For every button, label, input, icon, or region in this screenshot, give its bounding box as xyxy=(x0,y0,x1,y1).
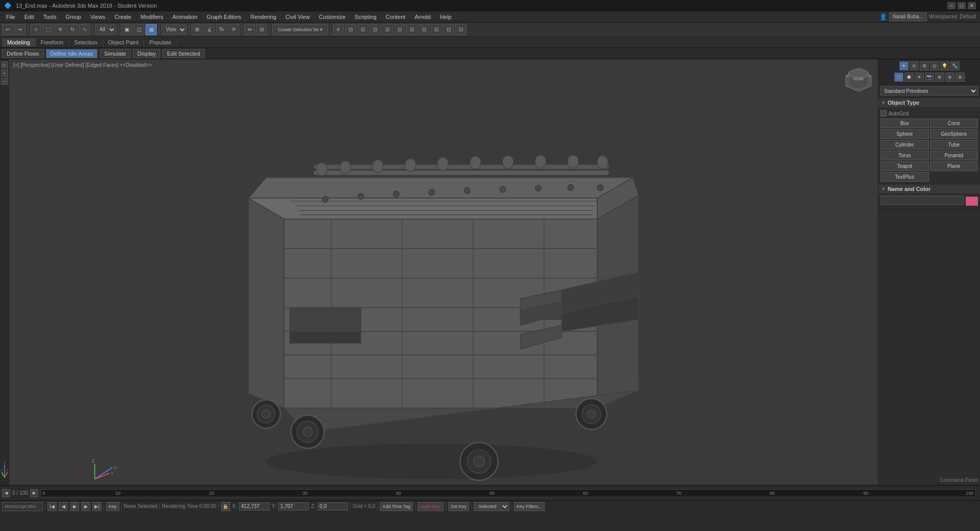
define-idle-areas-button[interactable]: Define Idle Areas xyxy=(46,49,98,58)
hierarchy-panel-tab[interactable]: ⚙ xyxy=(920,61,929,70)
menu-views[interactable]: Views xyxy=(86,13,109,21)
timeline-bar[interactable]: 0 10 20 30 40 50 60 70 80 90 100 xyxy=(40,489,976,497)
ribbon-btn-3[interactable]: ⊡ xyxy=(370,24,381,35)
x-coord-input[interactable] xyxy=(239,502,270,511)
color-swatch[interactable] xyxy=(966,197,978,206)
edit-selected-button[interactable]: Edit Selected xyxy=(162,49,205,58)
selection-filter-dropdown[interactable]: All xyxy=(95,25,116,35)
plane-button[interactable]: Plane xyxy=(930,161,978,171)
left-tool-1[interactable]: + xyxy=(1,69,8,77)
cone-button[interactable]: Cone xyxy=(930,118,978,128)
create-selection-button[interactable]: Create Selection Se ▾ xyxy=(272,24,328,35)
textplus-button[interactable]: TextPlus xyxy=(880,172,929,182)
menu-animation[interactable]: Animation xyxy=(168,13,202,21)
ribbon-btn-6[interactable]: ⊡ xyxy=(406,24,418,35)
scale-button[interactable]: ⤡ xyxy=(79,24,90,35)
object-type-header[interactable]: ▼ Object Type xyxy=(878,98,980,107)
tab-freeform[interactable]: Freeform xyxy=(36,38,69,46)
set-key-button[interactable]: Set Key xyxy=(448,502,470,511)
ribbon-btn-4[interactable]: ⊡ xyxy=(382,24,393,35)
cameras-tab[interactable]: 📷 xyxy=(925,73,934,82)
menu-rendering[interactable]: Rendering xyxy=(247,13,281,21)
nav-cube[interactable]: HOME xyxy=(843,63,874,94)
motion-panel-tab[interactable]: ◎ xyxy=(930,61,939,70)
torus-button[interactable]: Torus xyxy=(880,151,929,160)
goto-start-button[interactable]: |◀ xyxy=(47,502,57,511)
teapot-button[interactable]: Teapot xyxy=(880,161,929,171)
menu-graph-editors[interactable]: Graph Editors xyxy=(203,13,246,21)
primitive-type-select[interactable]: Standard Primitives xyxy=(880,86,978,95)
spinner-snap[interactable]: ⟳ xyxy=(228,24,239,35)
z-coord-input[interactable] xyxy=(317,502,348,511)
ribbon-btn-9[interactable]: ⊡ xyxy=(443,24,454,35)
ribbon-btn-7[interactable]: ⊡ xyxy=(419,24,430,35)
menu-file[interactable]: File xyxy=(2,13,19,21)
menu-scripting[interactable]: Scripting xyxy=(351,13,381,21)
expand-left-button[interactable]: ▷ xyxy=(1,61,8,68)
cylinder-button[interactable]: Cylinder xyxy=(880,140,929,150)
menu-customize[interactable]: Customize xyxy=(315,13,350,21)
create-panel-tab[interactable]: ✦ xyxy=(899,61,909,70)
box-button[interactable]: Box xyxy=(880,118,929,128)
select-button[interactable]: ⊹ xyxy=(30,24,41,35)
menu-group[interactable]: Group xyxy=(61,13,85,21)
menu-modifiers[interactable]: Modifiers xyxy=(136,13,167,21)
systems-tab[interactable]: ⊗ xyxy=(955,73,965,82)
redo-button[interactable]: ↪ xyxy=(14,24,26,35)
viewport-3d[interactable]: [+] [Perspective] [User Defined] [Edged … xyxy=(9,59,878,485)
auto-key-button[interactable]: Auto Key xyxy=(418,502,444,511)
play-button[interactable]: ▶ xyxy=(70,502,79,511)
tube-button[interactable]: Tube xyxy=(930,140,978,150)
viewport-lock-button[interactable]: 🔒 xyxy=(221,502,230,511)
sphere-button[interactable]: Sphere xyxy=(880,129,929,139)
menu-arnold[interactable]: Arnold xyxy=(410,13,435,21)
user-dropdown[interactable]: Natali Buha... xyxy=(889,12,927,21)
select-region-button[interactable]: ⬚ xyxy=(42,24,54,35)
mirror-button[interactable]: ⇔ xyxy=(244,24,255,35)
menu-tools[interactable]: Tools xyxy=(39,13,61,21)
edged-faces-button[interactable]: ▦ xyxy=(145,24,157,35)
display-panel-tab[interactable]: 💡 xyxy=(940,61,949,70)
tab-selection[interactable]: Selection xyxy=(69,38,103,46)
geosphere-button[interactable]: GeoSphere xyxy=(930,129,978,139)
define-flows-button[interactable]: Define Flows xyxy=(2,49,44,58)
menu-content[interactable]: Content xyxy=(382,13,410,21)
view-dropdown[interactable]: View xyxy=(161,25,187,35)
timeline-prev-button[interactable]: ◀ xyxy=(2,489,10,497)
key-filters-button[interactable]: Key Filters... xyxy=(514,502,545,511)
pyramid-button[interactable]: Pyramid xyxy=(930,151,978,160)
ribbon-btn-8[interactable]: ⊡ xyxy=(431,24,442,35)
ribbon-btn-1[interactable]: ⊡ xyxy=(345,24,356,35)
left-tool-2[interactable]: ─ xyxy=(1,78,8,85)
menu-create[interactable]: Create xyxy=(110,13,135,21)
shapes-tab[interactable]: ⬢ xyxy=(904,73,914,82)
title-bar-controls[interactable]: ─ □ ✕ xyxy=(947,2,976,9)
front-view-button[interactable]: ▣ xyxy=(121,24,132,35)
ribbon-btn-5[interactable]: ⊡ xyxy=(394,24,405,35)
name-color-header[interactable]: ▼ Name and Color xyxy=(878,184,980,194)
goto-end-button[interactable]: ▶| xyxy=(92,502,102,511)
display-button[interactable]: Display xyxy=(133,49,160,58)
shading-button[interactable]: ◫ xyxy=(133,24,144,35)
layer-manager[interactable]: ≡ xyxy=(333,24,344,35)
lights-tab[interactable]: ☀ xyxy=(915,73,924,82)
maximize-button[interactable]: □ xyxy=(958,2,966,9)
ribbon-btn-10[interactable]: ⊡ xyxy=(455,24,467,35)
menu-edit[interactable]: Edit xyxy=(20,13,38,21)
object-name-input[interactable] xyxy=(880,196,964,205)
helpers-tab[interactable]: ⊕ xyxy=(935,73,944,82)
tab-object-paint[interactable]: Object Paint xyxy=(103,38,144,46)
key-mode-button[interactable]: Key xyxy=(106,502,119,511)
autogrid-checkbox[interactable] xyxy=(880,110,887,116)
y-coord-input[interactable] xyxy=(278,502,309,511)
spacewarps-tab[interactable]: ⊛ xyxy=(945,73,954,82)
tab-modeling[interactable]: Modeling xyxy=(2,38,36,46)
timeline-next-button[interactable]: ▶ xyxy=(30,489,38,497)
geometry-tab[interactable]: ⬡ xyxy=(894,73,903,82)
prev-frame-button[interactable]: ◀ xyxy=(59,502,68,511)
modify-panel-tab[interactable]: ⊘ xyxy=(910,61,919,70)
percent-snap[interactable]: % xyxy=(216,24,227,35)
selected-dropdown[interactable]: Selected xyxy=(474,502,509,511)
menu-help[interactable]: Help xyxy=(436,13,456,21)
tab-populate[interactable]: Populate xyxy=(144,38,177,46)
